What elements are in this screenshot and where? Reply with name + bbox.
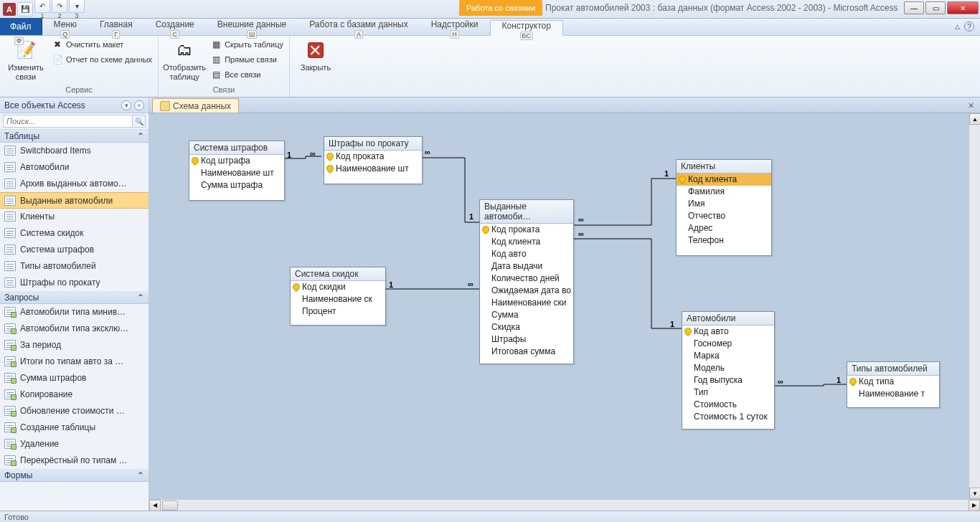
window-title: Прокат автомобилей 2003 : база данных (ф… [545,3,897,13]
all-icon: ▤ [210,69,222,80]
rel-many: ∞ [425,148,430,156]
qat-btn-3[interactable]: ▾ [69,0,85,13]
table-icon [4,196,16,206]
clear-layout-button[interactable]: ✖Очистить макет [50,37,154,52]
table-box-vydan[interactable]: Выданные автомоби… Код проката Код клиен… [479,199,574,364]
direct-relations-button[interactable]: ▥Прямые связи [209,52,285,67]
collapse-icon: ⌃ [137,470,144,480]
nav-collapse-icon[interactable]: « [134,100,144,110]
table-icon [4,179,16,189]
nav-query-item[interactable]: За период [0,337,149,353]
scroll-left-button[interactable]: ◀ [149,500,161,511]
nav-section-queries[interactable]: Запросы⌃ [0,291,149,304]
table-box-klienty[interactable]: Клиенты Код клиента Фамилия Имя Отчество… [676,159,772,256]
scroll-up-button[interactable]: ▲ [969,113,980,125]
nav-query-item[interactable]: Автомобили типа эксклю… [0,321,149,337]
nav-table-item[interactable]: Система штрафов [0,242,149,258]
scroll-right-button[interactable]: ▶ [969,500,980,511]
ribbon-close-button[interactable]: ✕ Закрыть [294,37,337,72]
qat-save-button[interactable]: 💾 [17,2,33,16]
nav-search-button[interactable]: 🔍 [133,115,146,128]
nav-query-item[interactable]: Перекрёстный по типам … [0,452,149,469]
nav-query-item[interactable]: Автомобили типа минив… [0,304,149,321]
quick-access-toolbar: A 💾 ↶1 ↷2 ▾3 [0,0,85,19]
canvas-area: Схема данных ✕ 1 ∞ ∞ 1 1 ∞ ∞ 1 [149,98,980,511]
relation-report-button[interactable]: 📄Отчет по схеме данных [50,52,154,67]
qat-btn-2[interactable]: ↷ [52,0,67,13]
nav-query-item[interactable]: Создание таблицы [0,419,149,436]
table-icon [4,162,16,172]
all-relations-button[interactable]: ▤Все связи [209,67,285,82]
scroll-thumb[interactable] [162,500,178,511]
query-icon [4,307,16,317]
tab-addins[interactable]: НадстройкиН [420,19,490,35]
ribbon-tabs: Файл Ф МенюQ ГлавнаяГ СозданиеС Внешние … [0,19,980,36]
nav-search-input[interactable] [3,115,133,128]
nav-section-forms[interactable]: Формы⌃ [0,469,149,482]
nav-table-item[interactable]: Switchboard Items [0,143,149,159]
help-icon[interactable]: ? [964,22,974,32]
nav-table-item[interactable]: Архив выданных автомо… [0,176,149,192]
nav-query-item[interactable]: Обновление стоимости … [0,403,149,419]
document-tabs: Схема данных ✕ [149,98,980,113]
maximize-button[interactable]: ▭ [925,1,946,14]
table-icon [4,277,16,288]
nav-dropdown-icon[interactable]: ▾ [121,100,131,110]
relationships-canvas[interactable]: 1 ∞ ∞ 1 1 ∞ ∞ 1 ∞ 1 ∞ 1 Система штрафов … [149,113,980,499]
tab-menu[interactable]: МенюQ [42,19,88,35]
doc-close-button[interactable]: ✕ [966,100,976,110]
rel-one: 1 [469,212,473,221]
edit-relations-button[interactable]: 📝 Изменить связи [4,37,47,82]
table-box-skidok[interactable]: Система скидок Код скидки Наименование с… [290,267,386,326]
minimize-ribbon-icon[interactable]: △ [955,23,960,30]
nav-table-item[interactable]: Штрафы по прокату [0,275,149,291]
tab-design[interactable]: КонструкторБС [490,20,563,36]
doc-tab-schema[interactable]: Схема данных [152,98,239,113]
table-box-tipy[interactable]: Типы автомобилей Код типа Наименование т [847,361,940,408]
nav-section-tables[interactable]: Таблицы⌃ [0,130,149,143]
qat-btn-1[interactable]: ↶ [34,0,50,13]
query-icon [4,455,16,465]
horizontal-scrollbar[interactable]: ◀ ▶ [149,499,980,511]
rel-many: ∞ [310,149,316,158]
nav-table-item[interactable]: Система скидок [0,225,149,242]
nav-query-item[interactable]: Сумма штрафов [0,370,149,386]
show-table-button[interactable]: 🗂 Отобразить таблицу [163,37,206,82]
minimize-button[interactable]: — [904,1,924,14]
tab-dbtools[interactable]: Работа с базами данныхА [298,19,419,35]
query-icon [4,356,16,366]
hide-icon: ▦ [210,39,222,50]
tab-home[interactable]: ГлавнаяГ [88,19,144,35]
query-icon [4,373,16,383]
query-icon [4,340,16,350]
tab-external[interactable]: Внешние данныеШ [206,19,298,35]
vertical-scrollbar[interactable]: ▲ ▼ [969,113,980,499]
title-bar: A 💾 ↶1 ↷2 ▾3 Работа со связями Прокат ав… [0,0,980,19]
scroll-down-button[interactable]: ▼ [969,488,980,499]
file-tab[interactable]: Файл [0,18,42,35]
context-tab-relationships: Работа со связями [459,0,542,16]
nav-table-item[interactable]: Клиенты [0,209,149,225]
window-controls: — ▭ ✕ [904,1,979,14]
table-box-shtrafprokat[interactable]: Штрафы по прокату Код проката Наименован… [324,136,423,184]
table-icon [4,261,16,271]
app-icon[interactable]: A [3,3,16,16]
tab-create[interactable]: СозданиеС [144,19,206,35]
table-box-avto[interactable]: Автомобили Код авто Госномер Марка Модел… [682,311,775,430]
status-bar: Готово [0,511,980,522]
nav-table-item[interactable]: Типы автомобилей [0,258,149,275]
nav-header[interactable]: Все объекты Access ▾« [0,98,149,113]
hide-table-button[interactable]: ▦Скрыть таблицу [209,37,285,52]
nav-table-item[interactable]: Автомобили [0,159,149,176]
close-button[interactable]: ✕ [947,1,979,14]
table-icon [4,146,16,156]
nav-query-item[interactable]: Итоги по типам авто за … [0,353,149,370]
rel-one: 1 [664,169,669,178]
report-icon: 📄 [52,54,63,65]
rel-one: 1 [670,320,674,328]
table-icon [4,212,16,222]
table-box-shtraf[interactable]: Система штрафов Код штрафа Наименование … [189,141,285,201]
nav-query-item[interactable]: Копирование [0,386,149,403]
nav-query-item[interactable]: Удаление [0,436,149,452]
nav-table-item[interactable]: Выданные автомобили [0,192,149,209]
